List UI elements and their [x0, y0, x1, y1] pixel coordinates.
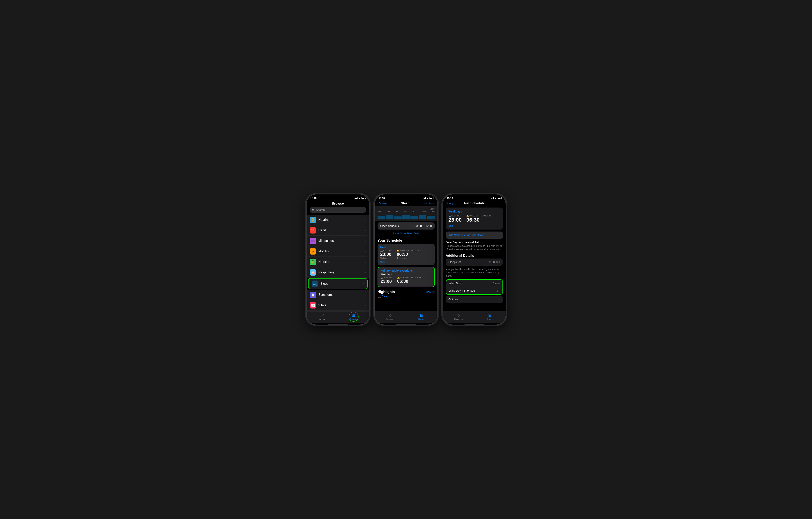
sleep-tag-label: Sleep — [382, 295, 388, 298]
battery-1 — [361, 197, 365, 199]
menu-item-otherdata[interactable]: ＋ Other Data › — [307, 311, 369, 311]
status-right-3: ▲ — [491, 197, 502, 199]
wakeup-sub: Tomorrow — [397, 257, 421, 259]
menu-item-hearing[interactable]: 🦻 Hearing › — [307, 215, 369, 225]
search-bar[interactable]: 🔍 Search — [310, 207, 366, 213]
summary-icon-3: ♡ — [457, 313, 460, 318]
sleep-tag-icon: 🛏️ — [378, 295, 381, 298]
show-more-sleep[interactable]: Show More Sleep Data — [375, 231, 437, 237]
options-chevron: › — [499, 298, 500, 301]
wakeup-col: 🔔 WAKE UP – NO ALARM 06:30 Tomorrow — [397, 250, 421, 259]
menu-item-mobility[interactable]: ⇄ Mobility › — [307, 246, 369, 257]
tab-browse-3[interactable]: ⊞ Browse — [474, 313, 505, 320]
p3-bedtime-time: 23:00 — [448, 217, 462, 223]
summary-icon-1: ♡ — [320, 313, 324, 318]
bedtime-icon-label: 🛏️ BEDTIME — [380, 250, 392, 252]
hearing-icon: 🦻 — [310, 217, 316, 223]
sleep-icon: 🛏️ — [312, 280, 318, 287]
browse-icon-3: ⊞ — [488, 313, 492, 318]
wifi-icon-2: ▲ — [427, 197, 429, 199]
schedule-card-next: Next 🛏️ BEDTIME 23:00 Today 🔔 WAKE UP – … — [378, 244, 435, 265]
full-bedtime-time: 23:00 — [381, 279, 393, 284]
weekdays-detail-row: 🛏️ BEDTIME 23:00 🔔 WAKE UP – NO ALARM 06… — [448, 215, 500, 223]
p3-wakeup-col: 🔔 WAKE UP – NO ALARM 06:30 — [466, 215, 491, 223]
p3-back[interactable]: ‹ Sleep — [446, 202, 454, 205]
respiratory-chevron: › — [365, 271, 366, 274]
hearing-chevron: › — [365, 218, 366, 221]
full-bedtime-col: 🛏️ BEDTIME 23:00 — [381, 277, 393, 284]
tab-browse-2[interactable]: ⊞ Browse — [406, 313, 437, 320]
summary-label-2: Summary — [386, 318, 395, 320]
full-schedule-chevron: › — [431, 269, 432, 273]
menu-item-nutrition[interactable]: 🍏 Nutrition › — [307, 257, 369, 267]
back-chevron-2: ‹ — [378, 202, 378, 205]
schedule-banner-label: Sleep Schedule — [380, 224, 400, 227]
signal-2 — [423, 197, 426, 199]
unscheduled-text: On days without a schedule, no wake-up a… — [446, 245, 502, 251]
battery-3 — [498, 197, 502, 199]
p3-edit-link[interactable]: Edit — [448, 224, 500, 227]
hearing-label: Hearing — [318, 218, 365, 222]
menu-item-vitals[interactable]: 📈 Vitals › — [307, 300, 369, 311]
highlights-title: Highlights — [378, 290, 395, 294]
wind-down-value: 15 min — [491, 282, 499, 285]
options-row[interactable]: Options › — [446, 296, 503, 303]
menu-item-sleep[interactable]: 🛏️ Sleep › — [308, 278, 368, 289]
search-placeholder: Search — [316, 208, 325, 212]
wifi-icon-3: ▲ — [495, 197, 497, 199]
respiratory-label: Respiratory — [318, 271, 365, 274]
status-right-1: ▲ — [354, 197, 365, 199]
tab-summary-3[interactable]: ♡ Summary — [443, 313, 474, 320]
chart-days: Wed Thu Fri Sat Sun Mon Tue — [378, 211, 435, 213]
schedule-banner-time: 23:00 – 06:30 — [415, 224, 432, 227]
signal-1 — [354, 197, 357, 199]
add-data-button[interactable]: Add Data — [424, 202, 434, 205]
full-schedule-title: Full Schedule & Options — [381, 269, 432, 272]
p3-wakeup-time: 06:30 — [466, 217, 491, 223]
mindfulness-chevron: › — [365, 239, 366, 242]
weekdays-section: Weekdays 🛏️ BEDTIME 23:00 🔔 WAKE UP – NO… — [446, 208, 503, 229]
tab-bar-1: ♡ Summary ⊞ Browse — [307, 311, 369, 323]
back-text-3: Sleep — [447, 202, 454, 205]
heart-chevron: › — [365, 229, 366, 232]
wind-down-item: Wind Down 15 min — [446, 280, 502, 287]
battery-2 — [430, 197, 433, 199]
chart-bars — [378, 214, 435, 219]
phone-2: 15:18 ▲ ‹ Br — [374, 194, 438, 325]
tab-summary-1[interactable]: ♡ Summary — [307, 313, 338, 320]
weekdays-section-label: Weekdays — [448, 210, 500, 213]
wind-down-shortcuts-item[interactable]: Wind Down Shortcuts 3 › — [446, 287, 502, 294]
phone-1: 15:18 ▲ Browse 🔍 — [306, 194, 370, 325]
status-right-2: ▲ — [423, 197, 433, 199]
vitals-icon: 📈 — [310, 302, 316, 308]
menu-item-symptoms[interactable]: 📋 Symptoms › — [307, 290, 369, 300]
bedtime-col: 🛏️ BEDTIME 23:00 Today — [380, 250, 392, 259]
notch-3 — [461, 194, 487, 199]
nutrition-chevron: › — [365, 260, 366, 264]
chart-time: 10:00 — [378, 208, 435, 210]
menu-list: 🦻 Hearing › ❤️ Heart › 🕸️ Mindfulness › — [307, 215, 369, 311]
wifi-icon-1: ▲ — [358, 197, 360, 199]
p3-bedtime-col: 🛏️ BEDTIME 23:00 — [448, 215, 462, 223]
edit-link-1[interactable]: Edit — [380, 260, 432, 263]
back-text-2: Browse — [379, 202, 387, 205]
tab-browse-1[interactable]: ⊞ Browse — [338, 313, 369, 320]
sleep-goal-note: Your goal will be used to keep track of … — [443, 267, 505, 279]
mindfulness-icon: 🕸️ — [310, 238, 316, 244]
full-schedule-card[interactable]: Full Schedule & Options › Weekdays 🛏️ BE… — [378, 267, 435, 287]
tab-summary-2[interactable]: ♡ Summary — [375, 313, 406, 320]
tab-bar-2: ♡ Summary ⊞ Browse — [375, 311, 437, 323]
phones-container: 15:18 ▲ Browse 🔍 — [306, 194, 506, 325]
mobility-chevron: › — [365, 250, 366, 253]
unscheduled-note: Some Days Are Unscheduled On days withou… — [443, 240, 505, 252]
mobility-icon: ⇄ — [310, 248, 316, 254]
summary-label-3: Summary — [454, 318, 463, 320]
add-schedule-button[interactable]: Add Schedule for Other Days — [446, 231, 503, 239]
show-all-link[interactable]: Show All — [425, 291, 435, 294]
menu-item-mindfulness[interactable]: 🕸️ Mindfulness › — [307, 236, 369, 246]
sleep-chart: 10:00 Wed Thu Fri Sat Sun Mon Tue — [375, 206, 437, 221]
p2-back[interactable]: ‹ Browse — [378, 202, 387, 205]
menu-item-respiratory[interactable]: 🫁 Respiratory › — [307, 267, 369, 278]
signal-3 — [491, 197, 494, 199]
menu-item-heart[interactable]: ❤️ Heart › — [307, 225, 369, 236]
